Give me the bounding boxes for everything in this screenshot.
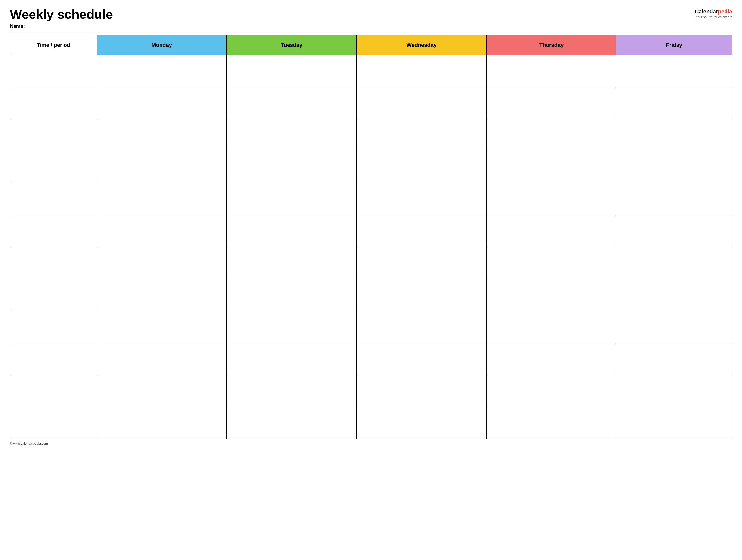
cell-tuesday[interactable] [227,375,357,407]
cell-friday[interactable] [617,183,732,215]
cell-wednesday[interactable] [357,183,486,215]
table-row [10,55,732,87]
table-row [10,343,732,375]
cell-thursday[interactable] [486,215,617,247]
table-row [10,151,732,183]
cell-tuesday[interactable] [227,151,357,183]
cell-monday[interactable] [97,151,227,183]
logo-pedia: pedia [718,8,732,14]
cell-thursday[interactable] [486,183,617,215]
cell-tuesday[interactable] [227,343,357,375]
table-row [10,119,732,151]
cell-monday[interactable] [97,279,227,311]
cell-tuesday[interactable] [227,215,357,247]
cell-monday[interactable] [97,375,227,407]
cell-monday[interactable] [97,407,227,439]
col-header-time: Time / period [10,35,97,55]
cell-wednesday[interactable] [357,279,486,311]
cell-thursday[interactable] [486,343,617,375]
col-header-wednesday: Wednesday [357,35,486,55]
time-cell[interactable] [10,279,97,311]
time-cell[interactable] [10,311,97,343]
time-cell[interactable] [10,375,97,407]
cell-monday[interactable] [97,55,227,87]
cell-tuesday[interactable] [227,311,357,343]
table-row [10,215,732,247]
cell-friday[interactable] [617,343,732,375]
time-cell[interactable] [10,183,97,215]
cell-monday[interactable] [97,247,227,279]
logo-tagline: Your source for calendars [696,15,732,19]
header-section: Weekly schedule Name: Calendarpedia Your… [10,7,732,29]
cell-wednesday[interactable] [357,55,486,87]
cell-monday[interactable] [97,311,227,343]
cell-tuesday[interactable] [227,407,357,439]
time-cell[interactable] [10,119,97,151]
cell-wednesday[interactable] [357,151,486,183]
cell-monday[interactable] [97,183,227,215]
page-container: Weekly schedule Name: Calendarpedia Your… [10,7,732,445]
col-header-friday: Friday [617,35,732,55]
footer-text: © www.calendarpedia.com [10,442,732,445]
cell-wednesday[interactable] [357,407,486,439]
cell-friday[interactable] [617,311,732,343]
cell-friday[interactable] [617,279,732,311]
cell-wednesday[interactable] [357,311,486,343]
cell-thursday[interactable] [486,247,617,279]
cell-thursday[interactable] [486,119,617,151]
cell-friday[interactable] [617,119,732,151]
cell-thursday[interactable] [486,55,617,87]
table-row [10,375,732,407]
cell-thursday[interactable] [486,151,617,183]
cell-friday[interactable] [617,407,732,439]
cell-wednesday[interactable] [357,215,486,247]
table-header-row: Time / period Monday Tuesday Wednesday T… [10,35,732,55]
cell-tuesday[interactable] [227,279,357,311]
logo-calendar: Calendar [695,8,718,14]
time-cell[interactable] [10,55,97,87]
cell-thursday[interactable] [486,375,617,407]
cell-wednesday[interactable] [357,375,486,407]
cell-thursday[interactable] [486,87,617,119]
time-cell[interactable] [10,151,97,183]
cell-friday[interactable] [617,151,732,183]
time-cell[interactable] [10,87,97,119]
col-header-monday: Monday [97,35,227,55]
cell-tuesday[interactable] [227,247,357,279]
time-cell[interactable] [10,343,97,375]
cell-friday[interactable] [617,215,732,247]
cell-tuesday[interactable] [227,87,357,119]
col-header-tuesday: Tuesday [227,35,357,55]
cell-monday[interactable] [97,343,227,375]
page-title: Weekly schedule [10,7,113,21]
logo-text: Calendarpedia [695,8,732,15]
cell-friday[interactable] [617,247,732,279]
table-row [10,279,732,311]
cell-friday[interactable] [617,55,732,87]
cell-wednesday[interactable] [357,119,486,151]
table-row [10,407,732,439]
name-label: Name: [10,23,113,29]
cell-thursday[interactable] [486,279,617,311]
cell-friday[interactable] [617,375,732,407]
cell-monday[interactable] [97,119,227,151]
time-cell[interactable] [10,407,97,439]
time-cell[interactable] [10,215,97,247]
cell-tuesday[interactable] [227,55,357,87]
cell-wednesday[interactable] [357,247,486,279]
time-cell[interactable] [10,247,97,279]
cell-friday[interactable] [617,87,732,119]
logo-area: Calendarpedia Your source for calendars [695,8,732,19]
header-divider [10,32,732,32]
cell-wednesday[interactable] [357,343,486,375]
cell-thursday[interactable] [486,407,617,439]
cell-tuesday[interactable] [227,183,357,215]
cell-monday[interactable] [97,87,227,119]
cell-thursday[interactable] [486,311,617,343]
cell-wednesday[interactable] [357,87,486,119]
table-row [10,247,732,279]
cell-monday[interactable] [97,215,227,247]
cell-tuesday[interactable] [227,119,357,151]
table-row [10,183,732,215]
table-row [10,311,732,343]
